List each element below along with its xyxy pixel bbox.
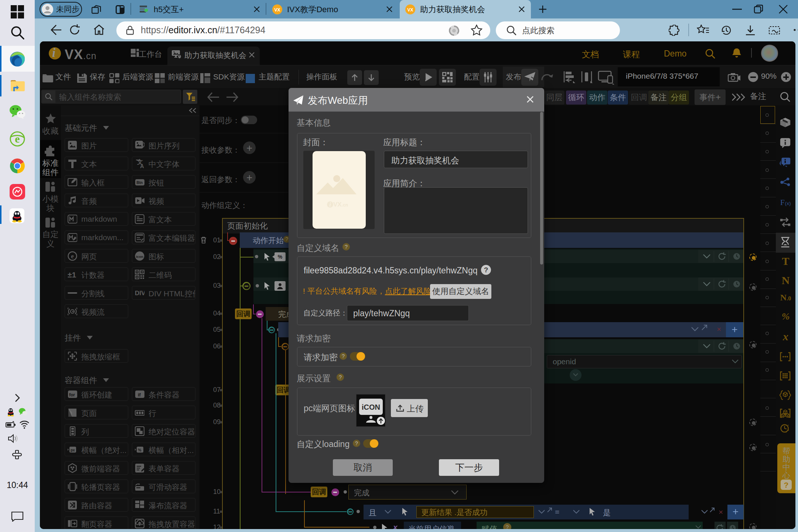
svg-text:DIV: DIV — [135, 290, 144, 297]
svg-text:px: px — [71, 448, 75, 452]
svg-text:if: if — [138, 392, 141, 398]
svg-text:for: for — [69, 392, 75, 398]
svg-text:A: A — [140, 163, 144, 168]
svg-text:Icon: Icon — [136, 255, 143, 259]
svg-text:e: e — [71, 253, 74, 260]
svg-text:Btn: Btn — [137, 181, 143, 185]
svg-text:e: e — [15, 133, 20, 145]
svg-text:(x): (x) — [785, 201, 791, 206]
svg-text:%: % — [138, 448, 141, 452]
svg-text:iCON: iCON — [362, 403, 380, 411]
svg-text:F: F — [780, 198, 785, 207]
svg-text:VX: VX — [274, 7, 280, 13]
svg-text:±1: ±1 — [68, 270, 76, 279]
svg-text:VX: VX — [407, 7, 413, 13]
